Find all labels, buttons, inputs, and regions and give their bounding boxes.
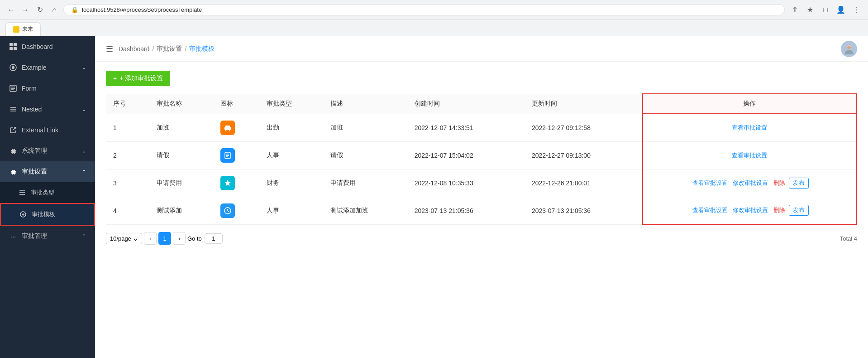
nested-chevron: ⌄: [82, 106, 86, 112]
sidebar-label-example: Example: [22, 64, 46, 71]
svg-rect-3: [14, 47, 17, 50]
goto-input[interactable]: [205, 233, 223, 244]
sidebar-item-approval-type[interactable]: 审批类型: [0, 182, 95, 203]
hamburger-icon[interactable]: ☰: [106, 44, 113, 54]
col-header-actions: 操作: [643, 94, 857, 114]
view-link[interactable]: 查看审批设置: [732, 152, 767, 159]
table-row: 2请假人事请假2022-12-07 15:04:022022-12-27 09:…: [106, 141, 857, 169]
col-header-created: 创建时间: [407, 94, 525, 114]
cell-desc: 测试添加加班: [323, 197, 407, 224]
page-size-chevron: ⌄: [133, 235, 138, 242]
approval-type-icon: [18, 189, 26, 197]
view-link[interactable]: 查看审批设置: [732, 124, 767, 131]
user-avatar[interactable]: [841, 41, 857, 57]
breadcrumb-sep2: /: [185, 45, 186, 53]
approval-settings-chevron: ⌃: [82, 169, 86, 175]
extension-button[interactable]: □: [819, 4, 832, 16]
svg-point-24: [225, 129, 226, 131]
svg-point-25: [229, 129, 230, 131]
col-header-name: 审批名称: [149, 94, 213, 114]
delete-link[interactable]: 删除: [773, 179, 785, 186]
delete-link[interactable]: 删除: [773, 207, 785, 213]
view-link[interactable]: 查看审批设置: [692, 179, 728, 186]
breadcrumb-sep1: /: [153, 45, 154, 53]
sidebar-item-approval-template[interactable]: 审批模板: [0, 203, 95, 226]
page-size-select[interactable]: 10/page ⌄: [106, 233, 142, 244]
menu-button[interactable]: ⋮: [850, 4, 863, 16]
page-size-label: 10/page: [110, 235, 131, 242]
breadcrumb-home[interactable]: Dashboard: [119, 45, 150, 53]
active-tab[interactable]: 未来: [5, 22, 41, 36]
col-header-desc: 描述: [323, 94, 407, 114]
prev-page-button[interactable]: ‹: [144, 232, 157, 245]
app-layout: Dashboard Example ⌄ Form Nested ⌄: [0, 36, 868, 358]
content-area: + + 添加审批设置 序号 审批名称 图标 审批类型 描述 创建时间 更新时间 …: [95, 62, 868, 358]
sidebar-item-external-link[interactable]: External Link: [0, 120, 95, 140]
cell-desc: 加班: [323, 114, 407, 141]
next-page-button[interactable]: ›: [173, 232, 186, 245]
profile-button[interactable]: 👤: [835, 4, 847, 16]
approval-table: 序号 审批名称 图标 审批类型 描述 创建时间 更新时间 操作 1加班出勤加班2…: [106, 93, 857, 225]
view-link[interactable]: 修改审批设置: [733, 207, 768, 213]
approval-template-icon: [19, 210, 27, 218]
view-link[interactable]: 查看审批设置: [692, 207, 728, 213]
publish-button[interactable]: 发布: [789, 205, 809, 216]
col-header-icon: 图标: [213, 94, 259, 114]
cell-name: 测试添加: [149, 197, 213, 224]
col-header-type: 审批类型: [259, 94, 323, 114]
cell-created: 2022-12-07 14:33:51: [407, 114, 525, 141]
example-chevron: ⌄: [82, 65, 86, 71]
page-1-button[interactable]: 1: [158, 232, 171, 245]
pagination-bar: 10/page ⌄ ‹ 1 › Go to Total 4: [106, 225, 857, 248]
system-chevron: ⌄: [82, 148, 86, 154]
reload-button[interactable]: ↻: [34, 5, 45, 15]
bookmark-button[interactable]: ★: [804, 4, 816, 16]
cell-actions: 查看审批设置 修改审批设置 删除 发布: [643, 197, 857, 224]
sidebar-item-system[interactable]: 系统管理 ⌄: [0, 140, 95, 161]
home-button[interactable]: ⌂: [49, 5, 60, 15]
sidebar-item-form[interactable]: Form: [0, 78, 95, 99]
sidebar-item-example[interactable]: Example ⌄: [0, 57, 95, 78]
back-button[interactable]: ←: [5, 5, 16, 15]
cell-icon: [213, 141, 259, 169]
cell-desc: 申请费用: [323, 169, 407, 197]
add-approval-button[interactable]: + + 添加审批设置: [106, 71, 170, 86]
tab-favicon: [13, 26, 19, 33]
tab-bar: 未来: [0, 20, 868, 36]
table-row: 1加班出勤加班2022-12-07 14:33:512022-12-27 09:…: [106, 114, 857, 141]
sidebar-item-nested[interactable]: Nested ⌄: [0, 99, 95, 120]
svg-rect-1: [14, 43, 17, 46]
dashboard-icon: [9, 43, 17, 51]
system-icon: [9, 147, 17, 155]
form-icon: [9, 84, 17, 92]
forward-button[interactable]: →: [20, 5, 31, 15]
cell-type: 人事: [259, 197, 323, 224]
pagination-controls: 10/page ⌄ ‹ 1 › Go to: [106, 232, 223, 245]
sidebar-label-approval-manage: 审批管理: [22, 232, 47, 240]
url-text: localhost:9528/#/processSet/processTempl…: [82, 6, 202, 13]
cell-icon: [213, 114, 259, 141]
sidebar-label-external: External Link: [22, 126, 58, 134]
view-link[interactable]: 修改审批设置: [733, 179, 768, 186]
sidebar-label-form: Form: [22, 85, 37, 92]
publish-button[interactable]: 发布: [789, 178, 809, 189]
share-button[interactable]: ⇧: [788, 4, 801, 16]
sidebar-item-approval-manage[interactable]: ··· 审批管理 ⌃: [0, 226, 95, 247]
cell-type: 出勤: [259, 114, 323, 141]
cell-seq: 1: [106, 114, 149, 141]
sidebar-item-dashboard[interactable]: Dashboard: [0, 36, 95, 57]
cell-created: 2023-07-13 21:05:36: [407, 197, 525, 224]
address-bar[interactable]: 🔒 localhost:9528/#/processSet/processTem…: [63, 4, 785, 15]
cell-created: 2022-12-08 10:35:33: [407, 169, 525, 197]
external-link-icon: [9, 126, 17, 134]
sidebar-item-approval-settings[interactable]: 审批设置 ⌃: [0, 161, 95, 182]
cell-seq: 4: [106, 197, 149, 224]
breadcrumb-parent[interactable]: 审批设置: [157, 45, 182, 53]
cell-type: 人事: [259, 141, 323, 169]
cell-updated: 2022-12-27 09:13:00: [525, 141, 643, 169]
cell-created: 2022-12-07 15:04:02: [407, 141, 525, 169]
table-row: 4测试添加人事测试添加加班2023-07-13 21:05:362023-07-…: [106, 197, 857, 224]
cell-name: 请假: [149, 141, 213, 169]
cell-seq: 3: [106, 169, 149, 197]
col-header-seq: 序号: [106, 94, 149, 114]
